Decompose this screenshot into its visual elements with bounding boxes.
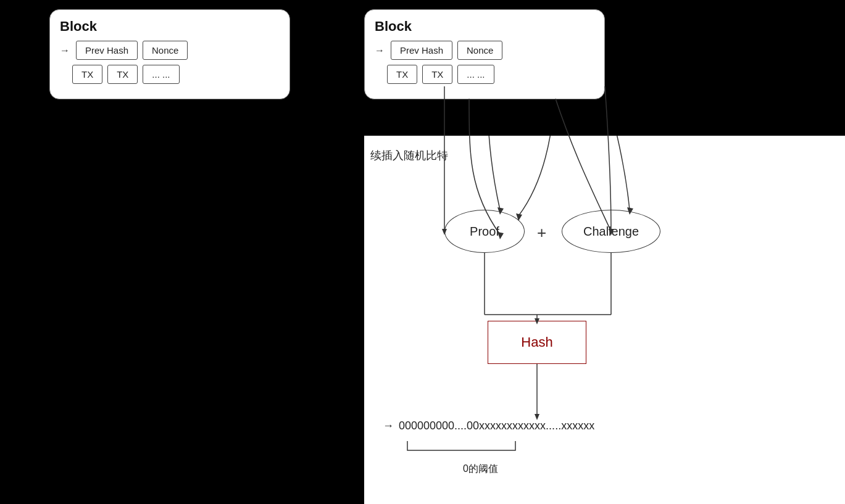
block1-container: Block → Prev Hash Nonce TX TX ... ... [49, 9, 290, 99]
proof-oval: Proof [444, 210, 525, 253]
challenge-oval: Challenge [562, 210, 660, 253]
block2-nonce: Nonce [457, 41, 502, 60]
block2-arrow-in: → [375, 45, 385, 56]
block1-nonce: Nonce [143, 41, 188, 60]
block1-title: Block [60, 19, 280, 35]
hash-box: Hash [488, 321, 586, 364]
block2-prev-hash: Prev Hash [391, 41, 452, 60]
block2-tx2: TX [422, 65, 452, 84]
threshold-label: 0的阈值 [463, 463, 498, 476]
block1-arrow-in: → [60, 45, 70, 56]
block2-tx1: TX [387, 65, 417, 84]
diagram-panel: 续插入随机比特 Proof + Challenge Hash → 0000000… [364, 136, 845, 504]
block2-container: Block → Prev Hash Nonce TX TX ... ... [364, 9, 605, 99]
block1-tx2: TX [107, 65, 138, 84]
block1-ellipsis: ... ... [143, 65, 179, 84]
block2-title: Block [375, 19, 594, 35]
chinese-label: 续插入随机比特 [370, 148, 448, 163]
diagram-svg [364, 136, 845, 504]
block1-tx1: TX [72, 65, 102, 84]
plus-sign: + [537, 223, 546, 242]
block1-prev-hash: Prev Hash [76, 41, 138, 60]
output-line: → 000000000....00xxxxxxxxxxxx.....xxxxxx [383, 419, 594, 432]
block2-ellipsis: ... ... [457, 65, 494, 84]
output-text: 000000000....00xxxxxxxxxxxx.....xxxxxx [399, 419, 594, 432]
